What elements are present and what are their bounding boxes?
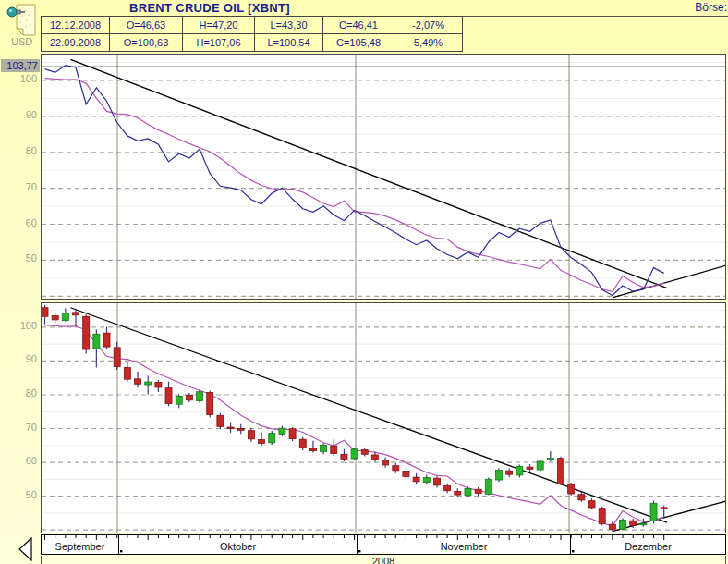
candle-body [609,524,615,529]
bar-open: O=100,63 [110,34,183,52]
note-pin-icon[interactable] [6,2,38,41]
candle-up [145,376,152,395]
top-chart-svg[interactable] [42,55,725,299]
candle-body [371,455,378,460]
y-axis-tick-label: 70 [0,422,37,433]
candle-body [331,446,337,453]
candle-body [197,392,203,401]
candle-up [197,390,203,403]
candle-body [485,479,491,494]
candle-body [444,486,451,491]
candle-body [93,334,100,349]
candle-body [403,472,409,477]
candle-down [248,428,254,442]
candle-down [568,483,575,496]
moving-average-line [45,79,664,292]
candle-down [599,507,605,525]
candle-down [299,437,306,450]
bottom-chart-svg[interactable] [42,303,725,533]
candle-down [155,380,162,392]
candle-down [475,487,481,496]
candle-body [207,392,213,414]
candle-down [558,457,564,485]
y-axis-tick-label: 80 [0,145,37,156]
candle-up [93,329,100,367]
candle-down [527,464,533,472]
candle-body [299,439,306,448]
candle-down [52,313,58,323]
candle-body [361,450,368,455]
month-label-oktober: Oktober [118,535,357,554]
bar-change-pct: -2,07% [394,17,463,34]
month-label-november: November [357,535,570,554]
x-axis-month-strip: September Oktober November Dezember [41,534,726,555]
candle-down [433,476,440,487]
y-axis-tick-label: 80 [0,387,37,398]
candle-body [558,459,564,484]
candle-body [527,467,533,469]
candlestick-chart-panel[interactable] [41,302,726,533]
candle-down [237,424,244,435]
bar-high: H=107,06 [183,34,255,52]
candle-down [382,458,389,468]
candle-body [620,520,626,529]
month-label-dezember: Dezember [570,535,725,554]
scroll-left-arrow[interactable] [18,537,34,561]
candle-body [217,415,224,426]
bar-high: H=47,20 [183,17,255,34]
candle-down [506,469,513,477]
y-axis-tick-label: 60 [0,217,37,228]
charting-app-window: { "window": { "title": "BRENT CRUDE OIL … [0,0,728,564]
candle-body [506,471,513,474]
candle-body [351,449,358,459]
bar-open: O=46,63 [110,17,183,34]
candle-down [135,372,141,388]
candle-up [547,451,553,461]
bar-close: C=46,41 [323,17,394,34]
descending-resistance-trendline [70,59,667,288]
candle-down [83,314,90,354]
candle-body [588,501,595,508]
candle-down [331,439,337,456]
y-axis-tick-label: 60 [0,455,37,466]
candle-up [279,426,285,436]
bar-date: 22.09.2008 [42,34,110,52]
candle-down [393,463,399,473]
candle-body [165,388,172,404]
y-axis-tick-label: 90 [0,353,37,364]
candle-up [620,518,626,530]
candle-body [259,440,265,444]
candle-down [444,484,451,494]
candle-down [227,423,234,433]
candle-down [103,327,110,349]
candle-body [495,470,502,480]
candle-body [423,477,430,482]
candle-body [289,429,296,439]
candle-body [578,495,585,500]
candle-down [165,382,172,407]
line-chart-panel[interactable] [41,54,726,300]
candle-up [321,443,327,454]
candle-body [309,448,316,451]
moving-average-line [45,325,664,526]
candle-body [176,396,182,404]
candle-body [433,478,440,485]
candle-up [650,501,657,524]
candle-body [248,431,254,439]
page-title: BRENT CRUDE OIL [XBNT] [129,1,290,15]
candle-down [361,448,368,456]
candle-body [186,395,192,399]
bar-change-pct: 5,49% [394,34,463,52]
y-axis-tick-label: 70 [0,181,37,192]
candle-up [537,460,543,472]
candle-up [423,475,430,485]
candle-body [393,466,399,471]
candle-down [289,427,296,441]
year-label: 2008 [41,556,726,564]
descending-resistance-trendline [70,308,667,522]
candle-body [321,445,327,451]
candle-up [176,394,182,408]
candle-down [403,468,409,479]
y-axis-tick-label: 100 [0,73,37,84]
ohlc-info-table: 12.12.2008 O=46,63 H=47,20 L=43,30 C=46,… [41,16,463,52]
